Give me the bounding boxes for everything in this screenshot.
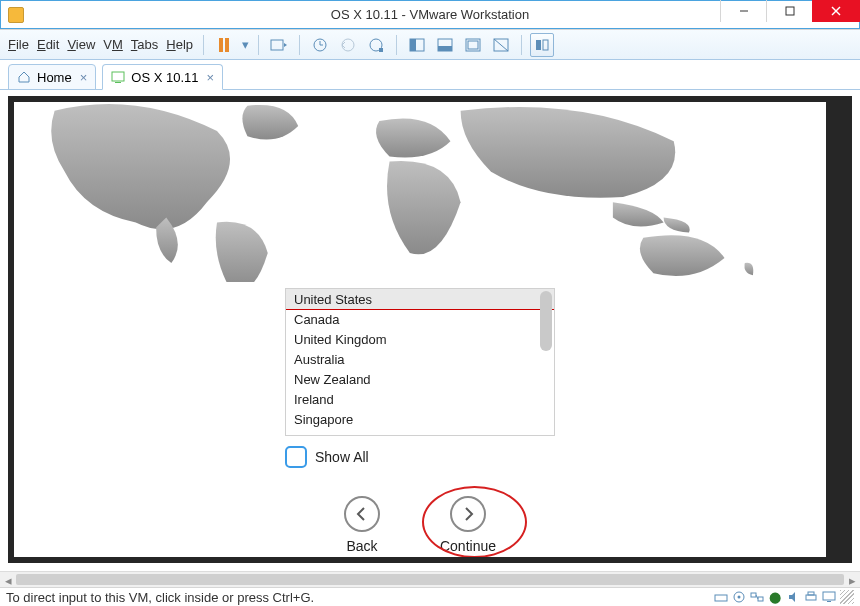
- svg-rect-17: [536, 40, 541, 50]
- world-map: [14, 102, 826, 282]
- display-icon[interactable]: [822, 590, 836, 604]
- back-label: Back: [346, 538, 377, 554]
- svg-rect-26: [806, 595, 816, 600]
- power-dropdown[interactable]: ▾: [240, 37, 250, 52]
- country-scrollbar[interactable]: [540, 291, 552, 433]
- svg-rect-25: [758, 597, 763, 601]
- svg-rect-12: [438, 46, 452, 51]
- show-all-checkbox[interactable]: [285, 446, 307, 468]
- thumbnail-bar-button[interactable]: [530, 33, 554, 57]
- country-item-sg[interactable]: Singapore: [286, 409, 554, 429]
- tab-home-close[interactable]: ×: [80, 70, 88, 85]
- country-item-nz[interactable]: New Zealand: [286, 369, 554, 389]
- tab-osx-close[interactable]: ×: [207, 70, 215, 85]
- vm-frame: United States Canada United Kingdom Aust…: [8, 96, 852, 563]
- svg-rect-19: [112, 72, 124, 81]
- show-all-label: Show All: [315, 449, 369, 465]
- snapshot-manager-button[interactable]: [364, 33, 388, 57]
- menu-edit[interactable]: Edit: [35, 33, 61, 56]
- svg-rect-1: [786, 7, 794, 15]
- back-button[interactable]: Back: [344, 496, 380, 554]
- horizontal-scrollbar[interactable]: ◂ ▸: [0, 571, 860, 587]
- hdd-icon[interactable]: [714, 590, 728, 604]
- hscroll-right-arrow[interactable]: ▸: [844, 572, 860, 588]
- show-all-row: Show All: [285, 446, 555, 468]
- resize-grip[interactable]: [840, 590, 854, 604]
- svg-rect-20: [115, 82, 121, 83]
- stretch-guest-button[interactable]: [489, 33, 513, 57]
- status-hint: To direct input to this VM, click inside…: [6, 590, 314, 605]
- country-label: United States: [294, 292, 372, 307]
- tab-osx-label: OS X 10.11: [131, 70, 198, 85]
- home-icon: [17, 70, 31, 84]
- country-listbox[interactable]: United States Canada United Kingdom Aust…: [285, 288, 555, 436]
- svg-rect-28: [823, 592, 835, 600]
- country-item-us[interactable]: United States: [286, 289, 554, 310]
- network-icon[interactable]: [750, 590, 764, 604]
- svg-rect-18: [543, 40, 548, 50]
- country-item-ie[interactable]: Ireland: [286, 389, 554, 409]
- menu-help[interactable]: Help: [164, 33, 195, 56]
- tab-osx[interactable]: OS X 10.11 ×: [102, 64, 223, 90]
- nav-row: Back Continue: [14, 496, 826, 554]
- app-icon: [8, 7, 24, 23]
- svg-rect-24: [751, 593, 756, 597]
- country-label: Singapore: [294, 412, 353, 427]
- tabs-row: Home × OS X 10.11 ×: [0, 60, 860, 90]
- country-label: United Kingdom: [294, 332, 387, 347]
- maximize-button[interactable]: [766, 0, 812, 22]
- svg-rect-14: [468, 41, 478, 49]
- content-area: United States Canada United Kingdom Aust…: [0, 90, 860, 571]
- menu-edit-label: dit: [46, 37, 60, 52]
- menu-view[interactable]: View: [65, 33, 97, 56]
- console-view-button[interactable]: [461, 33, 485, 57]
- hscroll-thumb[interactable]: [16, 574, 844, 585]
- menu-vm[interactable]: VM: [101, 33, 125, 56]
- pause-icon: [219, 38, 229, 52]
- country-label: Australia: [294, 352, 345, 367]
- printer-icon[interactable]: [804, 590, 818, 604]
- vm-vertical-scrollbar[interactable]: [826, 108, 844, 551]
- minimize-button[interactable]: [720, 0, 766, 22]
- cd-icon[interactable]: [732, 590, 746, 604]
- statusbar: To direct input to this VM, click inside…: [0, 587, 860, 606]
- country-item-ca[interactable]: Canada: [286, 309, 554, 329]
- country-item-au[interactable]: Australia: [286, 349, 554, 369]
- svg-point-23: [738, 596, 741, 599]
- fullscreen-button[interactable]: [405, 33, 429, 57]
- usb-icon[interactable]: ⬤: [768, 590, 782, 604]
- menu-file-label: ile: [16, 37, 29, 52]
- sound-icon[interactable]: [786, 590, 800, 604]
- annotation-ellipse: [422, 486, 527, 557]
- close-button[interactable]: [812, 0, 860, 22]
- svg-rect-27: [808, 592, 814, 595]
- pause-button[interactable]: [212, 33, 236, 57]
- snapshot-button[interactable]: [308, 33, 332, 57]
- arrow-left-icon: [344, 496, 380, 532]
- svg-point-6: [342, 39, 354, 51]
- send-ctrl-alt-del-button[interactable]: [267, 33, 291, 57]
- tab-home[interactable]: Home ×: [8, 64, 96, 90]
- status-icons: ⬤: [714, 590, 854, 604]
- country-item-uk[interactable]: United Kingdom: [286, 329, 554, 349]
- vm-screen[interactable]: United States Canada United Kingdom Aust…: [14, 102, 826, 557]
- country-label: Canada: [294, 312, 340, 327]
- svg-rect-4: [271, 40, 283, 50]
- country-label: Ireland: [294, 392, 334, 407]
- country-label: New Zealand: [294, 372, 371, 387]
- menu-tabs[interactable]: Tabs: [129, 33, 160, 56]
- country-list: United States Canada United Kingdom Aust…: [286, 289, 554, 435]
- unity-button[interactable]: [433, 33, 457, 57]
- titlebar: OS X 10.11 - VMware Workstation: [0, 0, 860, 30]
- svg-rect-8: [379, 48, 383, 52]
- vm-icon: [111, 70, 125, 84]
- svg-rect-21: [715, 595, 727, 601]
- svg-rect-29: [827, 601, 831, 602]
- svg-line-16: [494, 39, 508, 51]
- svg-rect-10: [410, 39, 416, 51]
- hscroll-left-arrow[interactable]: ◂: [0, 572, 16, 588]
- menubar: File Edit View VM Tabs Help ▾: [0, 30, 860, 60]
- revert-snapshot-button[interactable]: [336, 33, 360, 57]
- menu-view-label: iew: [76, 37, 96, 52]
- menu-file[interactable]: File: [6, 33, 31, 56]
